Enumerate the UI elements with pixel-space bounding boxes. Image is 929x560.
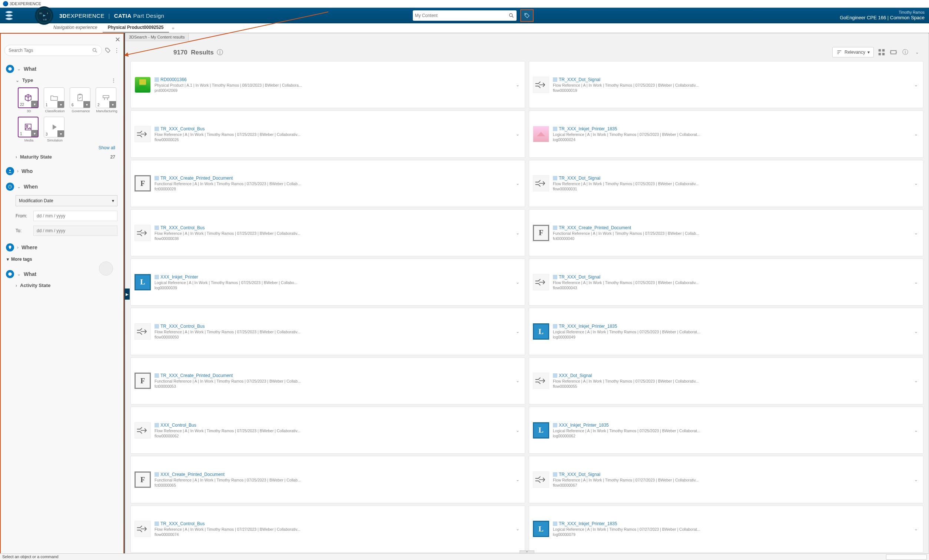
- result-title[interactable]: TR_XXX_Inkjet_Printer_1835: [553, 521, 909, 526]
- result-card[interactable]: TR_XXX_Inkjet_Printer_1835 Logical Refer…: [529, 110, 923, 158]
- when-date-type-select[interactable]: Modification Date ▾: [15, 195, 118, 206]
- chevron-down-icon[interactable]: ⌄: [514, 476, 521, 484]
- tag-search[interactable]: [5, 45, 102, 56]
- expand-handle[interactable]: ▶: [124, 289, 130, 300]
- result-card[interactable]: TR_XXX_Dot_Signal Flow Reference | A | I…: [529, 160, 923, 207]
- result-title[interactable]: XXX_Inkjet_Printer: [155, 274, 510, 280]
- chevron-down-icon[interactable]: ⌄: [913, 229, 919, 237]
- result-card[interactable]: TR_XXX_Control_Bus Flow Reference | A | …: [130, 110, 525, 158]
- facet-activity-state[interactable]: › Activity State: [14, 280, 120, 291]
- facet-where[interactable]: › Where: [5, 241, 120, 254]
- result-card[interactable]: TR_XXX_Control_Bus Flow Reference | A | …: [130, 506, 525, 552]
- chevron-down-icon[interactable]: ⌄: [514, 426, 521, 435]
- result-card[interactable]: F TR_XXX_Create_Printed_Document Functio…: [130, 160, 525, 207]
- chevron-down-icon[interactable]: ⌄: [514, 229, 521, 237]
- to-date-input[interactable]: [33, 226, 118, 236]
- result-title[interactable]: TR_XXX_Create_Printed_Document: [155, 373, 510, 378]
- result-card[interactable]: F XXX_Create_Printed_Document Functional…: [130, 456, 525, 503]
- result-title[interactable]: RD00001366: [155, 77, 510, 82]
- result-title[interactable]: XXX_Control_Bus: [155, 422, 510, 428]
- type-tile-classification[interactable]: 1▾: [44, 87, 64, 108]
- result-card[interactable]: F TR_XXX_Create_Printed_Document Functio…: [130, 357, 525, 404]
- result-card[interactable]: F TR_XXX_Create_Printed_Document Functio…: [529, 209, 923, 256]
- result-card[interactable]: TR_XXX_Dot_Signal Flow Reference | A | I…: [529, 259, 923, 306]
- type-tile-governance[interactable]: 6▾: [70, 87, 90, 108]
- result-title[interactable]: TR_XXX_Dot_Signal: [553, 274, 909, 280]
- result-card[interactable]: L XXX_Inkjet_Printer_1835 Logical Refere…: [529, 407, 923, 454]
- chevron-down-icon[interactable]: ⌄: [913, 426, 919, 435]
- chevron-down-icon[interactable]: ▾: [109, 101, 116, 108]
- chevron-down-icon[interactable]: ⌄: [514, 327, 521, 335]
- result-title[interactable]: TR_XXX_Control_Bus: [155, 324, 510, 329]
- chevron-down-icon[interactable]: ⌄: [913, 130, 919, 138]
- result-title[interactable]: TR_XXX_Inkjet_Printer_1835: [553, 126, 909, 132]
- floating-bubble[interactable]: [99, 262, 113, 275]
- compass[interactable]: 3DV.Rℹ: [35, 6, 54, 25]
- tag-search-input[interactable]: [9, 48, 92, 53]
- result-title[interactable]: XXX_Inkjet_Printer_1835: [553, 422, 909, 428]
- result-card[interactable]: RD00001366 Physical Product | A.1 | In W…: [130, 61, 525, 108]
- info-icon[interactable]: ⓘ: [901, 49, 909, 55]
- tag-button[interactable]: [520, 9, 533, 22]
- result-title[interactable]: TR_XXX_Control_Bus: [155, 126, 510, 132]
- result-card[interactable]: L TR_XXX_Inkjet_Printer_1835 Logical Ref…: [529, 308, 923, 355]
- result-title[interactable]: XXX_Dot_Signal: [553, 373, 909, 378]
- close-icon[interactable]: ✕: [114, 36, 121, 43]
- result-card[interactable]: XXX_Dot_Signal Flow Reference | A | In W…: [529, 357, 923, 404]
- chevron-down-icon[interactable]: ⌄: [514, 81, 521, 89]
- chevron-down-icon[interactable]: ⌄: [913, 179, 919, 187]
- chevron-down-icon[interactable]: ▾: [83, 101, 90, 108]
- chevron-down-icon[interactable]: ⌄: [913, 49, 921, 55]
- content-tab[interactable]: 3DSearch - My Content results: [125, 33, 189, 41]
- search-icon[interactable]: [92, 47, 98, 54]
- from-date-input[interactable]: [33, 211, 118, 221]
- chevron-down-icon[interactable]: ⌄: [913, 377, 919, 385]
- result-card[interactable]: TR_XXX_Dot_Signal Flow Reference | A | I…: [529, 456, 923, 503]
- statusbar-field[interactable]: [886, 554, 927, 560]
- facet-maturity[interactable]: › Maturity State 27: [14, 152, 120, 162]
- chevron-down-icon[interactable]: ⌄: [514, 377, 521, 385]
- result-card[interactable]: TR_XXX_Control_Bus Flow Reference | A | …: [130, 308, 525, 355]
- chevron-down-icon[interactable]: ▾: [31, 130, 38, 137]
- chevron-down-icon[interactable]: ⌄: [514, 278, 521, 286]
- chevron-down-icon[interactable]: ▾: [57, 130, 64, 137]
- ds-logo[interactable]: [3, 9, 16, 22]
- result-title[interactable]: TR_XXX_Inkjet_Printer_1835: [553, 324, 909, 329]
- search-icon[interactable]: [508, 12, 514, 18]
- global-search[interactable]: [413, 11, 517, 21]
- result-title[interactable]: XXX_Create_Printed_Document: [155, 472, 510, 477]
- result-title[interactable]: TR_XXX_Dot_Signal: [553, 472, 909, 477]
- type-tile-3d[interactable]: 22▾: [18, 87, 38, 108]
- show-all-link[interactable]: Show all: [98, 145, 115, 150]
- type-tile-manufacturing[interactable]: 2▾: [96, 87, 117, 108]
- result-title[interactable]: TR_XXX_Control_Bus: [155, 225, 510, 230]
- result-card[interactable]: L TR_XXX_Inkjet_Printer_1835 Logical Ref…: [529, 506, 923, 552]
- kebab-icon[interactable]: ⋮: [111, 77, 118, 83]
- chevron-down-icon[interactable]: ▾: [31, 101, 38, 107]
- type-tile-media[interactable]: 1▾: [18, 117, 38, 138]
- result-title[interactable]: TR_XXX_Dot_Signal: [553, 176, 909, 181]
- help-icon[interactable]: ⓘ: [217, 49, 223, 56]
- chevron-down-icon[interactable]: ▾: [57, 101, 64, 108]
- user-context[interactable]: Timothy Ramos GoEngineer CPE 166 | Commo…: [840, 10, 924, 21]
- facet-what[interactable]: ⌄ What: [5, 63, 120, 75]
- sort-dropdown[interactable]: Relevancy ▾: [832, 47, 874, 57]
- result-title[interactable]: TR_XXX_Create_Printed_Document: [155, 176, 510, 181]
- result-title[interactable]: TR_XXX_Dot_Signal: [553, 77, 909, 82]
- search-input[interactable]: [415, 13, 508, 18]
- chevron-down-icon[interactable]: ⌄: [514, 130, 521, 138]
- chevron-down-icon[interactable]: ⌄: [913, 327, 919, 335]
- result-card[interactable]: XXX_Control_Bus Flow Reference | A | In …: [130, 407, 525, 454]
- chevron-down-icon[interactable]: ⌄: [913, 81, 919, 89]
- chevron-down-icon[interactable]: ⌄: [514, 525, 521, 533]
- result-card[interactable]: TR_XXX_Dot_Signal Flow Reference | A | I…: [529, 61, 923, 108]
- kebab-icon[interactable]: ⋮: [114, 47, 120, 54]
- chevron-down-icon[interactable]: ⌄: [514, 179, 521, 187]
- chevron-down-icon[interactable]: ⌄: [913, 525, 919, 533]
- tab[interactable]: Physical Product00092525: [103, 23, 169, 32]
- result-title[interactable]: TR_XXX_Create_Printed_Document: [553, 225, 909, 230]
- type-tile-simulation[interactable]: 3▾: [44, 117, 64, 138]
- chevron-down-icon[interactable]: ⌄: [913, 476, 919, 484]
- tab[interactable]: Navigation experience: [48, 23, 103, 32]
- facet-when[interactable]: ⌄ When: [5, 181, 120, 193]
